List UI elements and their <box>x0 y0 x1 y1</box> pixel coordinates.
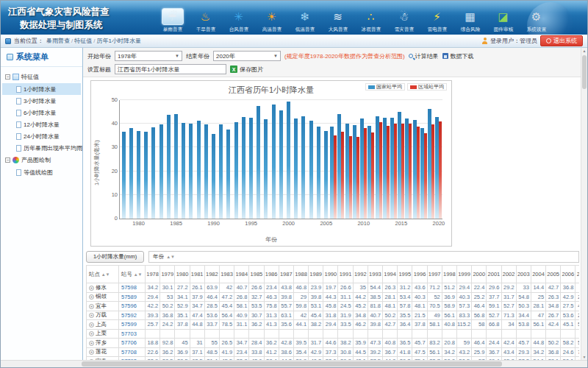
header-year-1981[interactable]: 1981 <box>190 266 204 283</box>
header-year-1980[interactable]: 1980 <box>175 266 190 283</box>
start-year-select[interactable]: 1978年 ▼ <box>115 51 182 61</box>
breadcrumb-item[interactable]: 历年1小时降水量 <box>96 38 140 44</box>
vertical-scrollbar-thumb[interactable] <box>582 55 587 89</box>
header-year-1985[interactable]: 1985 <box>249 266 264 283</box>
scroll-down-icon[interactable]: ▼ <box>581 355 587 359</box>
header-year-1988[interactable]: 1988 <box>293 266 308 283</box>
header-year-1983[interactable]: 1983 <box>219 266 234 283</box>
station-id-link[interactable]: 57592 <box>119 311 146 320</box>
save-disk-icon <box>442 53 448 59</box>
toolbar-item-map-review[interactable]: ◪图件审核 <box>487 8 519 33</box>
header-year-1996[interactable]: 1996 <box>412 266 427 283</box>
header-year-1994[interactable]: 1994 <box>383 266 398 283</box>
tree-group-header[interactable]: −特征值 <box>2 71 81 83</box>
vertical-scrollbar[interactable]: ▲ ▼ <box>581 48 587 360</box>
expand-icon[interactable]: + <box>89 322 94 328</box>
toolbar-item-typhoon[interactable]: ✳台风普查 <box>223 8 254 33</box>
tree-item[interactable]: 3小时降水量 <box>2 95 81 107</box>
header-year-2001[interactable]: 2001 <box>487 266 501 283</box>
tree-group-header[interactable]: −产品图绘制 <box>2 154 81 166</box>
collapse-icon[interactable]: − <box>5 158 10 163</box>
toolbar-item-gale[interactable]: ≋大风普查 <box>322 8 354 33</box>
expand-icon[interactable]: + <box>89 294 94 300</box>
toolbar-item-composite-risk[interactable]: ▦综合风险 <box>454 8 486 33</box>
station-id-link[interactable]: 57706 <box>119 339 146 348</box>
toolbar-item-snow-disaster[interactable]: ☃雪灾普查 <box>388 8 420 33</box>
horizontal-scrollbar-thumb[interactable] <box>82 361 502 367</box>
breadcrumb-item[interactable]: 特征值 <box>74 38 92 44</box>
value-type-button[interactable]: 1小时降水量(mm) <box>86 251 144 263</box>
toolbar-item-rainstorm[interactable]: ☔暴雨普查 <box>157 8 188 33</box>
header-year-1998[interactable]: 1998 <box>442 266 456 283</box>
tree-item[interactable]: 6小时降水量 <box>2 107 81 118</box>
tree-item[interactable]: 12小时降水量 <box>2 118 81 130</box>
toolbar-item-low-temp[interactable]: ❄低温普查 <box>289 8 320 33</box>
toolbar-item-drought[interactable]: ♨干旱普查 <box>190 8 221 33</box>
header-year-2005[interactable]: 2005 <box>546 266 561 283</box>
expand-icon[interactable]: + <box>89 350 94 355</box>
header-year-2003[interactable]: 2003 <box>516 266 531 283</box>
header-year-1982[interactable]: 1982 <box>204 266 219 283</box>
header-year-1989[interactable]: 1989 <box>309 266 323 283</box>
toolbar-item-settings[interactable]: ⚙系统设置 <box>520 8 552 33</box>
expand-icon[interactable]: + <box>89 341 94 346</box>
station-id-link[interactable]: 57598 <box>119 283 146 293</box>
header-year-1979[interactable]: 1979 <box>160 266 175 283</box>
header-year-1986[interactable]: 1986 <box>264 266 279 283</box>
header-year-1997[interactable]: 1997 <box>427 266 442 283</box>
tree-item[interactable]: 24小时降水量 <box>2 130 81 142</box>
header-year-1993[interactable]: 1993 <box>368 266 382 283</box>
header-year-1987[interactable]: 1987 <box>279 266 293 283</box>
logout-button[interactable]: 退出系统 <box>540 35 583 46</box>
collapse-icon[interactable]: − <box>5 74 10 79</box>
login-user-label: 登录用户：管理员 <box>490 37 537 45</box>
station-id-link[interactable]: 57599 <box>119 320 146 330</box>
value-cell: 52.3 <box>576 320 579 330</box>
header-year-1990[interactable]: 1990 <box>323 266 338 283</box>
app-title-line2: 数据处理与制图系统 <box>8 18 157 32</box>
toolbar-item-high-temp[interactable]: ☀高温普查 <box>256 8 287 33</box>
value-cell <box>561 329 576 339</box>
header-year-1992[interactable]: 1992 <box>353 266 368 283</box>
station-id-link[interactable]: 57703 <box>119 329 146 339</box>
calc-result-button[interactable]: 计算结果 <box>409 52 439 60</box>
scroll-up-icon[interactable]: ▲ <box>581 49 587 53</box>
station-id-link[interactable]: 57596 <box>119 302 146 311</box>
header-station-id[interactable]: 站号 ▲▼ <box>119 266 146 283</box>
horizontal-scrollbar[interactable] <box>1 360 587 367</box>
station-id-link[interactable]: 57708 <box>119 347 146 357</box>
chart-legend: 国家站平均区域站平均 <box>365 83 447 91</box>
chevron-down-icon: ▼ <box>273 54 278 58</box>
value-cell: 30.8 <box>338 347 353 357</box>
header-year-2006[interactable]: 2006 <box>561 266 576 283</box>
breadcrumb-item[interactable]: 暴雨普查 <box>46 38 70 44</box>
toolbar-item-lightning[interactable]: ⚡雷电普查 <box>421 8 453 33</box>
bar-national-1995 <box>249 118 253 219</box>
expand-icon[interactable]: + <box>89 331 94 336</box>
end-year-select[interactable]: 2020年 ▼ <box>213 51 281 61</box>
header-year-2004[interactable]: 2004 <box>531 266 545 283</box>
year-group-header[interactable]: 年份 ▲▼ <box>148 251 579 263</box>
header-year-1995[interactable]: 1995 <box>398 266 412 283</box>
header-year-1978[interactable]: 1978 <box>146 266 160 283</box>
header-year-2002[interactable]: 2002 <box>501 266 516 283</box>
value-cell: 34.4 <box>516 311 531 320</box>
header-year-1999[interactable]: 1999 <box>456 266 471 283</box>
chart-title-input[interactable] <box>115 64 226 74</box>
header-station[interactable]: 站点 ▲▼ <box>87 266 119 283</box>
tree-item[interactable]: 等值线绘图 <box>2 166 81 178</box>
bar-regional-2013 <box>387 126 390 219</box>
header-year-1984[interactable]: 1984 <box>234 266 249 283</box>
header-year-2007[interactable]: 2007 <box>576 266 579 283</box>
tree-item[interactable]: 1小时降水量 <box>2 83 81 95</box>
save-image-button[interactable]: X 保存图片 <box>230 66 263 74</box>
tree-item[interactable]: 历年暴雨出现率平均雨量 <box>2 142 81 154</box>
expand-icon[interactable]: + <box>89 304 94 309</box>
expand-icon[interactable]: + <box>89 313 94 318</box>
toolbar-item-hail[interactable]: ∴冰雹普查 <box>355 8 387 33</box>
header-year-2000[interactable]: 2000 <box>472 266 487 283</box>
station-id-link[interactable]: 57589 <box>119 292 146 302</box>
header-year-1991[interactable]: 1991 <box>338 266 353 283</box>
expand-icon[interactable]: + <box>89 286 94 291</box>
data-download-button[interactable]: 数据下载 <box>442 52 474 60</box>
